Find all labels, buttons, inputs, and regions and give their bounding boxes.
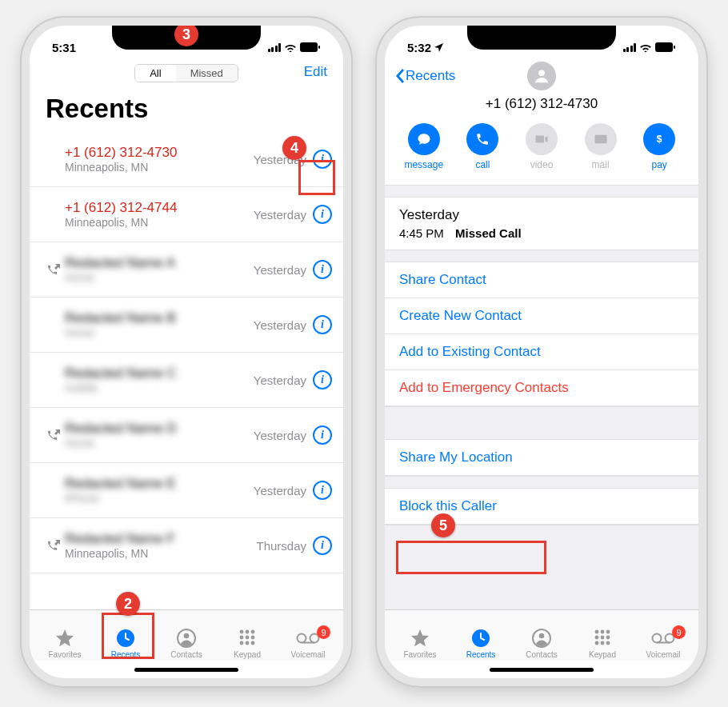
notch [467, 26, 616, 50]
signal-icon [623, 43, 637, 52]
action-message[interactable]: message [400, 123, 448, 170]
call-subtitle: Home [65, 437, 254, 449]
star-icon [34, 628, 95, 649]
location-icon [434, 43, 443, 52]
home-indicator[interactable] [30, 661, 343, 678]
home-indicator[interactable] [385, 661, 698, 678]
action-call[interactable]: call [458, 123, 506, 170]
clock-icon [450, 628, 511, 649]
tab-favorites-label: Favorites [390, 650, 450, 659]
tab-bar: Favorites Recents Contacts [385, 609, 698, 661]
call-row[interactable]: +1 (612) 312-4744Minneapolis, MNYesterda… [30, 187, 343, 242]
call-text: Redacted Name Cmobile [65, 365, 254, 394]
tab-keypad[interactable]: Keypad [217, 628, 278, 659]
outgoing-icon-slot [44, 429, 65, 441]
call-log-kind: Missed Call [455, 226, 522, 240]
tab-contacts[interactable]: Contacts [511, 628, 572, 659]
call-time: Yesterday [254, 429, 306, 442]
call-row[interactable]: Redacted Name BHomeYesterdayi [30, 298, 343, 353]
tab-voicemail-label: Voicemail [278, 650, 338, 659]
call-time: Yesterday [254, 208, 306, 222]
svg-point-29 [606, 636, 610, 640]
call-text: Redacted Name FMinneapolis, MN [65, 531, 256, 560]
call-number: +1 (612) 312-4744 [65, 200, 254, 216]
call-log-time: 4:45 PM [399, 226, 444, 240]
segmented-missed[interactable]: Missed [176, 65, 238, 82]
svg-point-26 [606, 630, 610, 634]
call-subtitle: Minneapolis, MN [65, 216, 254, 229]
keypad-icon [572, 628, 633, 649]
tab-contacts-label: Contacts [156, 650, 217, 659]
call-row[interactable]: Redacted Name FMinneapolis, MNThursdayi [30, 518, 343, 573]
avatar [527, 62, 556, 90]
info-button[interactable]: i [313, 425, 332, 445]
tab-voicemail[interactable]: 9 Voicemail [278, 628, 338, 659]
info-button[interactable]: i [313, 315, 332, 334]
status-time: 5:32 [407, 41, 431, 54]
info-button[interactable]: i [313, 370, 332, 389]
add-existing-contact-button[interactable]: Add to Existing Contact [385, 334, 698, 370]
svg-point-23 [539, 633, 545, 639]
share-location-button[interactable]: Share My Location [385, 440, 698, 476]
call-time: Yesterday [254, 484, 306, 497]
outgoing-call-icon [48, 263, 61, 276]
call-row[interactable]: Redacted Name AHomeYesterdayi [30, 242, 343, 298]
detail-nav: Recents [385, 61, 698, 90]
battery-icon [300, 42, 321, 52]
call-number: Redacted Name C [65, 365, 254, 381]
svg-point-25 [601, 630, 605, 634]
segmented-all[interactable]: All [135, 65, 175, 82]
tab-favorites[interactable]: Favorites [34, 628, 95, 659]
call-number: Redacted Name D [65, 421, 254, 437]
action-pay-label: pay [635, 159, 683, 170]
segmented-control[interactable]: All Missed [134, 64, 238, 82]
tab-recents[interactable]: Recents [450, 628, 511, 659]
tab-voicemail-label: Voicemail [633, 650, 694, 659]
call-row[interactable]: Redacted Name CmobileYesterdayi [30, 353, 343, 408]
info-button[interactable]: i [313, 205, 332, 224]
tab-bar: Favorites Recents Contacts [30, 609, 343, 661]
back-button[interactable]: Recents [394, 68, 455, 84]
svg-point-8 [240, 636, 244, 640]
tab-favorites-label: Favorites [34, 650, 95, 659]
outgoing-call-icon [48, 539, 61, 552]
action-row: message call video mail $ pay [385, 123, 698, 185]
info-button[interactable]: i [313, 260, 332, 279]
svg-rect-18 [674, 46, 675, 49]
svg-point-32 [606, 641, 610, 645]
call-row[interactable]: Redacted Name DHomeYesterdayi [30, 408, 343, 463]
svg-point-24 [595, 630, 599, 634]
svg-point-11 [240, 641, 244, 645]
svg-point-33 [653, 634, 662, 643]
call-subtitle: iPhone [65, 492, 254, 505]
action-mail: mail [577, 123, 625, 170]
status-right [268, 42, 322, 52]
svg-point-10 [251, 636, 255, 640]
svg-rect-1 [318, 46, 320, 49]
info-button[interactable]: i [313, 481, 332, 500]
edit-button[interactable]: Edit [304, 64, 327, 80]
voicemail-badge: 9 [317, 625, 330, 639]
add-emergency-button[interactable]: Add to Emergency Contacts [385, 370, 698, 406]
tab-voicemail[interactable]: 9 Voicemail [633, 628, 694, 659]
call-row[interactable]: Redacted Name EiPhoneYesterdayi [30, 463, 343, 518]
svg-point-28 [601, 636, 605, 640]
action-pay[interactable]: $ pay [635, 123, 683, 170]
message-icon [417, 132, 431, 146]
recents-header: All Missed Edit [30, 61, 343, 89]
tab-keypad-label: Keypad [217, 650, 278, 659]
tab-contacts[interactable]: Contacts [156, 628, 217, 659]
chevron-left-icon [394, 69, 404, 83]
share-contact-button[interactable]: Share Contact [385, 262, 698, 298]
create-new-contact-button[interactable]: Create New Contact [385, 298, 698, 334]
info-button[interactable]: i [313, 536, 332, 555]
contacts-icon [511, 628, 572, 649]
svg-point-13 [251, 641, 255, 645]
phone-icon [475, 132, 490, 146]
outgoing-call-icon [48, 429, 61, 441]
tab-keypad[interactable]: Keypad [572, 628, 633, 659]
phone-right: 5:32 Recents [375, 16, 708, 688]
call-text: Redacted Name EiPhone [65, 476, 254, 505]
tab-favorites[interactable]: Favorites [390, 628, 450, 659]
call-list[interactable]: +1 (612) 312-4730Minneapolis, MNYesterda… [30, 132, 343, 609]
